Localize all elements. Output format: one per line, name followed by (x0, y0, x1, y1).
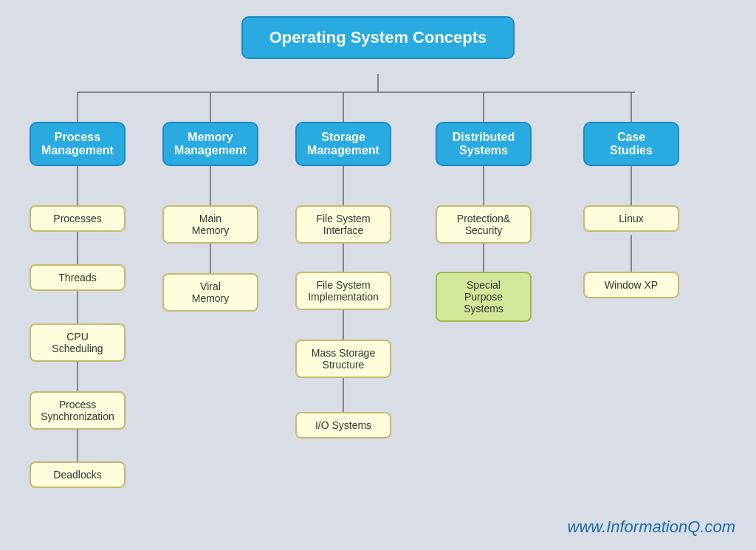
root-node: Operating System Concepts (241, 16, 515, 59)
child-special-purpose-systems: SpecialPurposeSystems (436, 272, 532, 322)
child-main-memory: MainMemory (162, 205, 258, 244)
diagram-container: Operating System Concepts Process Manage… (0, 0, 756, 550)
category-case-studies: CaseStudies (583, 122, 679, 166)
child-window-xp: Window XP (583, 272, 679, 298)
watermark: www.InformationQ.com (568, 518, 735, 537)
child-mass-storage-structure: Mass StorageStructure (295, 340, 391, 378)
category-process-management: Process Management (30, 122, 126, 166)
child-process-synchronization: ProcessSynchronization (30, 391, 126, 430)
category-distributed-systems: DistributedSystems (436, 122, 532, 166)
category-storage-management: StorageManagement (295, 122, 391, 166)
category-memory-management: MemoryManagement (162, 122, 258, 166)
child-file-system-interface: File SystemInterface (295, 205, 391, 244)
child-threads: Threads (30, 264, 126, 291)
child-processes: Processes (30, 205, 126, 232)
child-file-system-implementation: File SystemImplementation (295, 272, 391, 310)
child-viral-memory: ViralMemory (162, 273, 258, 312)
child-protection-security: Protection&Security (436, 205, 532, 244)
child-io-systems: I/O Systems (295, 412, 391, 439)
child-deadlocks: Deadlocks (30, 461, 126, 488)
child-cpu-scheduling: CPUScheduling (30, 323, 126, 362)
child-linux: Linux (583, 205, 679, 232)
